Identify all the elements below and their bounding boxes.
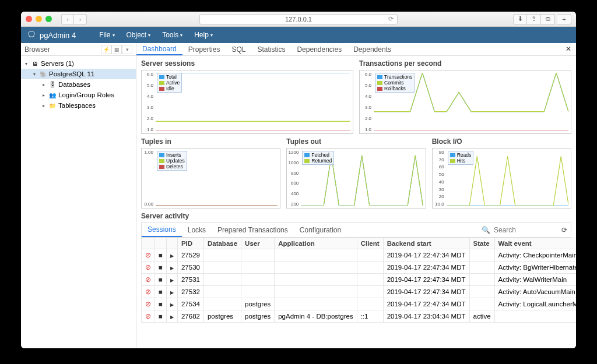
search-icon: 🔍 bbox=[482, 226, 490, 234]
chart-legend: FetchedReturned bbox=[302, 151, 334, 165]
activity-tabs: Sessions Locks Prepared Transactions Con… bbox=[141, 222, 571, 238]
server-activity-title: Server activity bbox=[141, 212, 571, 220]
tab-properties[interactable]: Properties bbox=[182, 43, 226, 55]
refresh-icon[interactable]: ⟳ bbox=[561, 226, 567, 234]
servers-icon: 🖥 bbox=[31, 61, 39, 67]
share-icon[interactable]: ⇪ bbox=[527, 14, 541, 24]
stop-icon[interactable]: ■ bbox=[159, 276, 163, 283]
table-row: ⊘■▶275312019-04-17 22:47:34 MDTActivity:… bbox=[142, 274, 577, 286]
cancel-icon[interactable]: ⊘ bbox=[145, 313, 151, 320]
elephant-icon bbox=[27, 30, 36, 40]
chart-legend: InsertsUpdatesDeletes bbox=[157, 151, 187, 171]
col-header: State bbox=[469, 238, 494, 249]
activity-tab-prepared[interactable]: Prepared Transactions bbox=[212, 223, 294, 237]
close-window-button[interactable] bbox=[26, 16, 32, 22]
table-row: ⊘■▶27682postgrespostgrespgAdmin 4 - DB:p… bbox=[142, 310, 577, 323]
activity-tab-sessions[interactable]: Sessions bbox=[142, 223, 182, 237]
expand-icon[interactable]: ▶ bbox=[170, 278, 174, 283]
activity-tab-config[interactable]: Configuration bbox=[294, 223, 347, 237]
macos-titlebar: ‹ › 127.0.0.1 ⟳ ⬇ ⇪ ⧉ + bbox=[21, 12, 576, 27]
download-icon[interactable]: ⬇ bbox=[513, 14, 527, 24]
tab-dependencies[interactable]: Dependencies bbox=[291, 43, 347, 55]
chart-block-io: Block I/O 8070605040302010.0ReadsHits bbox=[432, 137, 571, 208]
stop-icon[interactable]: ■ bbox=[159, 301, 163, 308]
table-row: ⊘■▶27534postgres2019-04-17 22:47:34 MDTA… bbox=[142, 298, 577, 310]
zoom-window-button[interactable] bbox=[45, 16, 52, 22]
cancel-icon[interactable]: ⊘ bbox=[145, 288, 151, 295]
chart-title: Tuples out bbox=[286, 137, 426, 146]
col-header: Application bbox=[275, 238, 357, 249]
stop-icon[interactable]: ■ bbox=[159, 264, 163, 271]
chart-legend: ReadsHits bbox=[448, 151, 474, 165]
tree-node[interactable]: ▸👥Login/Group Roles bbox=[21, 90, 136, 100]
expand-icon[interactable]: ▶ bbox=[170, 302, 174, 308]
tab-statistics[interactable]: Statistics bbox=[251, 43, 291, 55]
forward-button[interactable]: › bbox=[74, 14, 87, 24]
chart-sessions: Server sessions 6.05.04.03.02.01.0TotalA… bbox=[141, 59, 353, 134]
chart-tuples-out: Tuples out 12001000800600400200FetchedRe… bbox=[286, 137, 426, 208]
sidebar-btn-1[interactable]: ⚡ bbox=[101, 45, 111, 54]
cancel-icon[interactable]: ⊘ bbox=[145, 301, 151, 308]
cancel-icon[interactable]: ⊘ bbox=[145, 264, 151, 271]
expand-icon[interactable]: ▶ bbox=[170, 314, 174, 320]
tree-node[interactable]: ▾🖥Servers (1) bbox=[21, 58, 136, 69]
menu-help[interactable]: Help▾ bbox=[188, 31, 219, 39]
col-header: PID bbox=[177, 238, 203, 249]
expand-icon[interactable]: ▶ bbox=[170, 266, 174, 271]
tab-dependents[interactable]: Dependents bbox=[347, 43, 397, 55]
stop-icon[interactable]: ■ bbox=[159, 252, 163, 259]
chart-legend: TotalActiveIdle bbox=[157, 73, 182, 93]
nav-buttons: ‹ › bbox=[61, 14, 87, 24]
db-icon: 🗄 bbox=[48, 82, 57, 88]
main-panel: Dashboard Properties SQL Statistics Depe… bbox=[136, 43, 576, 348]
menu-object[interactable]: Object▾ bbox=[121, 31, 157, 39]
stop-icon[interactable]: ■ bbox=[159, 288, 163, 295]
tab-close-icon[interactable]: ✕ bbox=[566, 45, 571, 53]
activity-tab-locks[interactable]: Locks bbox=[182, 223, 212, 237]
col-header: Database bbox=[203, 238, 241, 249]
cancel-icon[interactable]: ⊘ bbox=[145, 252, 151, 259]
back-button[interactable]: ‹ bbox=[61, 14, 74, 24]
sidebar-btn-2[interactable]: ▦ bbox=[111, 45, 122, 54]
tree-node[interactable]: ▸📁Tablespaces bbox=[21, 100, 136, 111]
dashboard: Server sessions 6.05.04.03.02.01.0TotalA… bbox=[136, 56, 576, 348]
chart-title: Block I/O bbox=[432, 137, 571, 146]
activity-table: PIDDatabaseUserApplicationClientBackend … bbox=[141, 238, 576, 323]
cancel-icon[interactable]: ⊘ bbox=[145, 276, 151, 283]
menu-tools[interactable]: Tools▾ bbox=[156, 31, 188, 39]
new-tab-button[interactable]: + bbox=[557, 14, 571, 24]
chart-tuples-in: Tuples in 1.000.00InsertsUpdatesDeletes bbox=[141, 137, 280, 208]
chart-title: Server sessions bbox=[141, 59, 353, 68]
expand-icon[interactable]: ▶ bbox=[170, 290, 174, 295]
tree-label: Servers (1) bbox=[41, 60, 74, 67]
activity-search-input[interactable] bbox=[494, 226, 552, 234]
reload-icon[interactable]: ⟳ bbox=[388, 15, 394, 23]
tabs-icon[interactable]: ⧉ bbox=[541, 14, 555, 24]
minimize-window-button[interactable] bbox=[36, 16, 42, 22]
tab-sql[interactable]: SQL bbox=[226, 43, 251, 55]
expand-icon[interactable]: ▶ bbox=[170, 253, 174, 259]
col-header: User bbox=[241, 238, 275, 249]
app-logo: pgAdmin 4 bbox=[27, 30, 76, 40]
object-tree: ▾🖥Servers (1)▾🐘PostgreSQL 11▸🗄Databases▸… bbox=[21, 56, 136, 113]
tree-label: Tablespaces bbox=[58, 102, 96, 109]
col-header: Client bbox=[357, 238, 383, 249]
tree-node[interactable]: ▸🗄Databases bbox=[21, 79, 136, 90]
chart-title: Transactions per second bbox=[359, 59, 571, 68]
tree-node[interactable]: ▾🐘PostgreSQL 11 bbox=[21, 69, 136, 79]
tree-label: Login/Group Roles bbox=[58, 91, 114, 98]
roles-icon: 👥 bbox=[48, 92, 57, 98]
table-row: ⊘■▶275322019-04-17 22:47:34 MDTActivity:… bbox=[142, 286, 577, 298]
tree-label: PostgreSQL 11 bbox=[49, 70, 94, 77]
col-header: Wait event bbox=[494, 238, 576, 249]
address-bar[interactable]: 127.0.0.1 ⟳ bbox=[199, 14, 398, 24]
browser-sidebar: Browser ⚡ ▦ ▾ ▾🖥Servers (1)▾🐘PostgreSQL … bbox=[21, 43, 136, 348]
chart-title: Tuples in bbox=[141, 137, 280, 146]
tab-dashboard[interactable]: Dashboard bbox=[136, 43, 182, 55]
col-header bbox=[142, 238, 155, 249]
stop-icon[interactable]: ■ bbox=[159, 313, 163, 320]
sidebar-header: Browser ⚡ ▦ ▾ bbox=[21, 43, 136, 56]
chart-tps: Transactions per second 6.05.04.03.02.01… bbox=[359, 59, 571, 134]
menu-file[interactable]: File▾ bbox=[93, 31, 120, 39]
sidebar-btn-3[interactable]: ▾ bbox=[122, 45, 132, 54]
